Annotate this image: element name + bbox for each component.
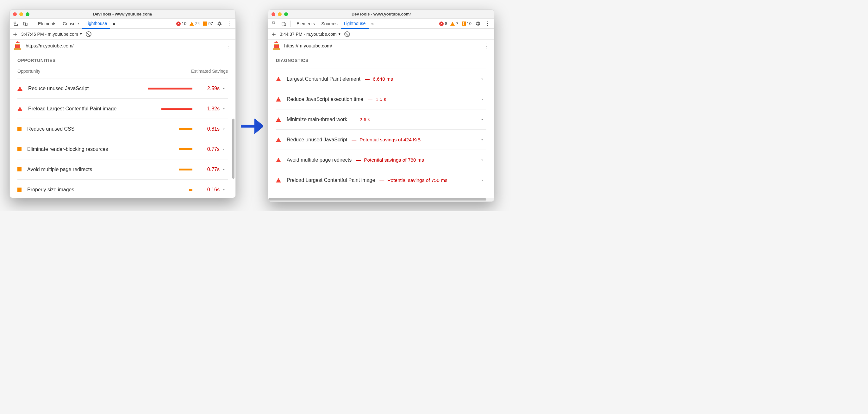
close-window-button[interactable] <box>272 12 275 16</box>
expand-chevron-icon[interactable] <box>220 167 228 172</box>
severity-icon <box>276 137 281 142</box>
report-menu-icon[interactable]: ⋮ <box>484 44 490 47</box>
audit-row[interactable]: Minimize main-thread work—2.6 s <box>276 109 486 129</box>
audit-title: Minimize main-thread work <box>287 117 347 122</box>
warning-count[interactable]: 7 <box>450 21 459 26</box>
audit-row[interactable]: Reduce JavaScript execution time—1.5 s <box>276 89 486 109</box>
audit-title: Avoid multiple page redirects <box>287 157 351 163</box>
scrollbar-vertical[interactable] <box>232 119 235 179</box>
audit-row[interactable]: Avoid multiple page redirects—Potential … <box>276 150 486 170</box>
audit-metric: Potential savings of 780 ms <box>364 157 424 163</box>
inspect-element-icon[interactable] <box>270 20 278 28</box>
device-toggle-icon[interactable] <box>280 20 288 28</box>
severity-icon <box>18 167 22 171</box>
info-icon: ! <box>203 22 207 26</box>
lighthouse-logo-icon <box>14 42 21 50</box>
clear-icon[interactable] <box>343 30 351 38</box>
info-count[interactable]: ! 97 <box>202 21 214 26</box>
settings-gear-icon[interactable] <box>474 21 482 27</box>
severity-icon <box>276 158 281 162</box>
minimize-window-button[interactable] <box>278 12 282 16</box>
savings-bar <box>148 148 192 150</box>
info-count[interactable]: ! 10 <box>461 21 472 26</box>
report-url: https://m.youtube.com/ <box>284 43 484 49</box>
audit-row[interactable]: Reduce unused CSS0.81s <box>18 119 228 139</box>
expand-chevron-icon[interactable] <box>478 97 486 101</box>
chevron-down-icon: ▼ <box>338 32 341 36</box>
expand-chevron-icon[interactable] <box>220 106 228 111</box>
expand-chevron-icon[interactable] <box>220 127 228 131</box>
error-icon <box>176 22 181 26</box>
expand-chevron-icon[interactable] <box>478 158 486 162</box>
tab-lighthouse[interactable]: Lighthouse <box>341 19 369 29</box>
transition-arrow-icon <box>241 119 263 134</box>
savings-value: 0.81s <box>200 126 220 132</box>
expand-chevron-icon[interactable] <box>478 137 486 142</box>
svg-rect-5 <box>284 23 286 26</box>
inspect-element-icon[interactable] <box>12 20 20 28</box>
severity-icon <box>18 147 22 151</box>
expand-chevron-icon[interactable] <box>220 86 228 91</box>
audit-row[interactable]: Reduce unused JavaScript2.59s <box>18 78 228 98</box>
report-selector[interactable]: 3:44:37 PM - m.youtube.com ▼ <box>280 32 341 37</box>
audit-metric: 1.5 s <box>376 96 386 102</box>
audit-row[interactable]: Preload Largest Contentful Paint image—P… <box>276 170 486 190</box>
more-tabs-chevron-icon[interactable]: » <box>112 21 117 26</box>
minimize-window-button[interactable] <box>19 12 23 16</box>
tab-sources[interactable]: Sources <box>318 19 340 29</box>
settings-gear-icon[interactable] <box>215 21 223 27</box>
expand-chevron-icon[interactable] <box>220 147 228 152</box>
error-count[interactable]: 8 <box>438 21 448 26</box>
audit-metric: 6,640 ms <box>373 76 393 82</box>
savings-bar <box>148 128 192 130</box>
audit-row[interactable]: Reduce unused JavaScript—Potential savin… <box>276 129 486 150</box>
devtools-window-right: DevTools - www.youtube.com/ ElementsSour… <box>268 9 494 202</box>
error-count[interactable]: 10 <box>175 21 187 26</box>
maximize-window-button[interactable] <box>284 12 288 16</box>
savings-value: 0.16s <box>200 187 220 193</box>
tab-lighthouse[interactable]: Lighthouse <box>82 19 111 29</box>
audit-row[interactable]: Largest Contentful Paint element—6,640 m… <box>276 69 486 89</box>
report-url-row: https://m.youtube.com/ ⋮ <box>268 39 494 52</box>
lighthouse-logo-icon <box>273 42 280 50</box>
audit-row[interactable]: Preload Largest Contentful Paint image1.… <box>18 98 228 119</box>
maximize-window-button[interactable] <box>26 12 29 16</box>
kebab-menu-icon[interactable]: ⋮ <box>225 19 234 28</box>
audit-title: Reduce JavaScript execution time <box>287 96 363 102</box>
severity-icon <box>18 188 22 192</box>
titlebar: DevTools - www.youtube.com/ <box>268 10 494 19</box>
expand-chevron-icon[interactable] <box>478 117 486 122</box>
audit-row[interactable]: Eliminate render-blocking resources0.77s <box>18 139 228 159</box>
tab-console[interactable]: Console <box>60 19 82 29</box>
more-tabs-chevron-icon[interactable]: » <box>370 21 375 26</box>
severity-icon <box>276 77 281 81</box>
report-menu-icon[interactable]: ⋮ <box>225 44 231 47</box>
chevron-down-icon: ▼ <box>80 32 83 36</box>
expand-chevron-icon[interactable] <box>478 77 486 81</box>
svg-rect-2 <box>26 23 27 26</box>
close-window-button[interactable] <box>13 12 17 16</box>
audit-row[interactable]: Avoid multiple page redirects0.77s <box>18 159 228 179</box>
tab-elements[interactable]: Elements <box>35 19 60 29</box>
audit-row[interactable]: Properly size images0.16s <box>18 179 228 198</box>
window-title: DevTools - www.youtube.com/ <box>268 12 494 17</box>
clear-icon[interactable] <box>85 30 92 38</box>
report-selector[interactable]: 3:47:46 PM - m.youtube.com ▼ <box>21 32 83 37</box>
severity-icon <box>276 117 281 122</box>
audit-title: Reduce unused CSS <box>27 126 74 132</box>
section-heading: OPPORTUNITIES <box>18 58 228 63</box>
new-report-button[interactable]: ＋ <box>270 29 277 39</box>
expand-chevron-icon[interactable] <box>478 178 486 183</box>
kebab-menu-icon[interactable]: ⋮ <box>483 19 492 28</box>
scrollbar-horizontal[interactable] <box>268 198 494 201</box>
lighthouse-subbar: ＋ 3:44:37 PM - m.youtube.com ▼ <box>268 29 494 39</box>
tab-elements[interactable]: Elements <box>293 19 318 29</box>
warning-count[interactable]: 24 <box>189 21 200 26</box>
severity-icon <box>18 106 23 111</box>
audit-title: Properly size images <box>27 187 74 193</box>
audit-metric: Potential savings of 750 ms <box>387 178 447 183</box>
column-opportunity: Opportunity <box>18 69 40 74</box>
device-toggle-icon[interactable] <box>21 20 29 28</box>
expand-chevron-icon[interactable] <box>220 188 228 192</box>
new-report-button[interactable]: ＋ <box>12 29 18 39</box>
